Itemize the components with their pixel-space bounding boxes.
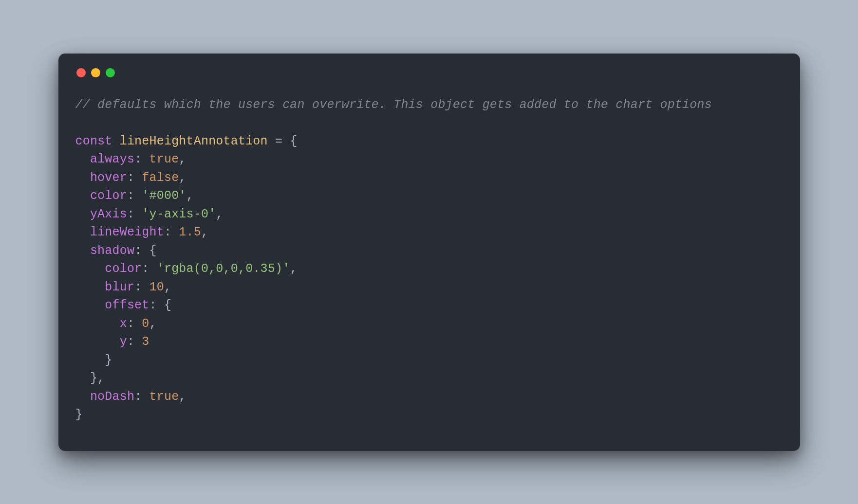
val-1-5: 1.5: [179, 225, 201, 239]
prop-yaxis: yAxis: [90, 207, 127, 221]
operator-equals: =: [268, 134, 290, 148]
val-yaxis0: 'y-axis-0': [142, 207, 216, 221]
keyword-const: const: [75, 134, 112, 148]
val-true-2: true: [149, 390, 179, 404]
comma: ,: [179, 152, 186, 166]
colon: :: [134, 390, 149, 404]
colon: :: [127, 171, 142, 185]
close-icon[interactable]: [76, 68, 86, 77]
code-block: // defaults which the users can overwrit…: [75, 96, 783, 424]
val-3: 3: [142, 335, 149, 349]
val-true: true: [149, 152, 179, 166]
variable-name: lineHeightAnnotation: [120, 134, 268, 148]
colon: :: [127, 207, 142, 221]
val-hex000: '#000': [142, 189, 186, 203]
comma: ,: [216, 207, 223, 221]
brace-open: {: [290, 134, 297, 148]
prop-color: color: [90, 189, 127, 203]
comma: ,: [149, 317, 157, 331]
prop-y: y: [120, 335, 127, 349]
colon: :: [127, 189, 142, 203]
maximize-icon[interactable]: [106, 68, 115, 77]
colon: :: [149, 298, 164, 312]
colon: :: [164, 225, 179, 239]
minimize-icon[interactable]: [91, 68, 100, 77]
prop-shadow: shadow: [90, 244, 134, 258]
prop-blur: blur: [105, 280, 134, 294]
comma: ,: [164, 280, 171, 294]
prop-hover: hover: [90, 171, 127, 185]
colon: :: [134, 152, 149, 166]
brace-close: }: [75, 408, 83, 422]
comma: ,: [187, 189, 194, 203]
colon: :: [142, 262, 156, 276]
comma: ,: [179, 171, 186, 185]
code-comment: // defaults which the users can overwrit…: [75, 98, 712, 112]
prop-offset: offset: [105, 298, 149, 312]
code-window: // defaults which the users can overwrit…: [58, 54, 800, 451]
comma: ,: [97, 371, 105, 385]
prop-always: always: [90, 152, 134, 166]
traffic-lights: [76, 68, 783, 77]
colon: :: [134, 280, 149, 294]
prop-lineweight: lineWeight: [90, 225, 164, 239]
brace-open: {: [149, 244, 157, 258]
prop-x: x: [120, 317, 127, 331]
val-0: 0: [142, 317, 149, 331]
prop-shadow-color: color: [105, 262, 142, 276]
comma: ,: [179, 390, 186, 404]
val-rgba: 'rgba(0,0,0,0.35)': [157, 262, 290, 276]
colon: :: [134, 244, 149, 258]
comma: ,: [201, 225, 208, 239]
val-false: false: [142, 171, 179, 185]
colon: :: [127, 335, 142, 349]
brace-close: }: [105, 353, 112, 367]
comma: ,: [290, 262, 297, 276]
brace-close: }: [90, 371, 97, 385]
brace-open: {: [164, 298, 171, 312]
prop-nodash: noDash: [90, 390, 134, 404]
colon: :: [127, 317, 142, 331]
val-10: 10: [149, 280, 164, 294]
